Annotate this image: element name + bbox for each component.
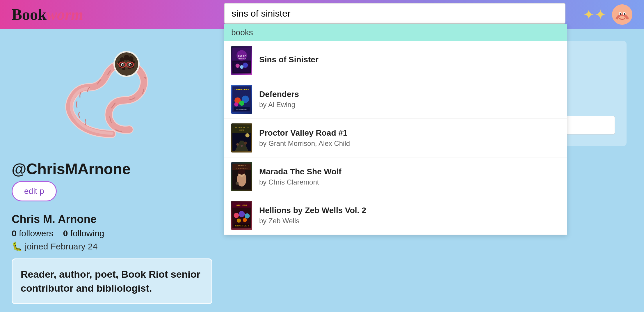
svg-text:DEFENDERS: DEFENDERS bbox=[236, 108, 247, 110]
svg-text:THE SHE WOLF: THE SHE WOLF bbox=[236, 167, 248, 169]
svg-point-29 bbox=[244, 141, 247, 145]
book-title-4: Marada The She Wolf bbox=[259, 167, 560, 176]
svg-text:DEFENDERS: DEFENDERS bbox=[234, 88, 249, 91]
svg-point-13 bbox=[240, 65, 243, 69]
header-right: ✦✦ bbox=[583, 4, 632, 25]
sparkle-icon: ✦✦ bbox=[583, 6, 606, 23]
book-cover-3: PROCTOR VALLEY ROAD bbox=[231, 123, 252, 153]
worm-illustration bbox=[36, 47, 188, 151]
book-info-3: Proctor Valley Road #1 by Grant Morrison… bbox=[259, 128, 560, 148]
svg-text:SINISTER: SINISTER bbox=[238, 58, 246, 60]
logo-book-text: Book bbox=[12, 6, 47, 23]
profile-name: Chris M. Arnone bbox=[12, 213, 212, 226]
search-result-4[interactable]: MARADA THE SHE WOLF Marada Th bbox=[224, 157, 567, 196]
book-info-4: Marada The She Wolf by Chris Claremont bbox=[259, 167, 560, 186]
svg-point-11 bbox=[236, 64, 240, 68]
svg-text:MARADA: MARADA bbox=[238, 164, 246, 166]
following-label: following bbox=[70, 228, 104, 238]
svg-point-69 bbox=[125, 66, 128, 68]
svg-point-68 bbox=[129, 64, 131, 66]
profile-joined: 🐛 joined February 24 bbox=[12, 241, 212, 251]
svg-point-46 bbox=[243, 218, 247, 222]
svg-text:ZEB WELLS VOL. 2: ZEB WELLS VOL. 2 bbox=[235, 225, 249, 227]
book-title-2: Defenders bbox=[259, 90, 560, 99]
book-cover-inner-3: PROCTOR VALLEY ROAD bbox=[231, 123, 252, 153]
svg-point-37 bbox=[238, 169, 245, 175]
svg-text:ROAD: ROAD bbox=[239, 129, 244, 131]
followers-count: 0 bbox=[12, 228, 17, 238]
svg-point-42 bbox=[234, 213, 239, 218]
book-cover-inner-5: HELLIONS ZEB WELLS VOL. 2 bbox=[231, 201, 252, 230]
book-info-2: Defenders by Al Ewing bbox=[259, 90, 560, 109]
book-title-5: Hellions by Zeb Wells Vol. 2 bbox=[259, 206, 560, 215]
book-author-5: by Zeb Wells bbox=[259, 217, 560, 225]
svg-point-38 bbox=[236, 182, 239, 185]
search-input[interactable]: sins of sinister bbox=[224, 3, 565, 24]
dropdown-category-label: books bbox=[224, 24, 567, 41]
svg-point-12 bbox=[243, 63, 248, 68]
following-count: 0 bbox=[63, 228, 68, 238]
book-author-4: by Chris Claremont bbox=[259, 178, 560, 186]
profile-panel: @ChrisMArnone edit p Chris M. Arnone 0 f… bbox=[0, 29, 224, 312]
edit-profile-button[interactable]: edit p bbox=[12, 181, 57, 201]
svg-point-30 bbox=[241, 145, 243, 147]
svg-point-43 bbox=[239, 211, 245, 217]
search-result-5[interactable]: HELLIONS ZEB WELLS VOL. 2 Hel bbox=[224, 196, 567, 235]
svg-point-67 bbox=[122, 64, 124, 66]
logo-worm-text: worm bbox=[47, 6, 83, 23]
book-cover-inner-1: SINS OF SINISTER bbox=[231, 46, 252, 75]
followers-label: followers bbox=[19, 228, 53, 238]
search-result-3[interactable]: PROCTOR VALLEY ROAD bbox=[224, 119, 567, 157]
svg-point-19 bbox=[234, 102, 238, 107]
svg-point-4 bbox=[624, 13, 625, 15]
svg-point-27 bbox=[245, 133, 249, 137]
profile-stats: 0 followers 0 following bbox=[12, 228, 212, 238]
search-result-2[interactable]: DEFENDERS DEFENDERS Defenders by Al Ewin… bbox=[224, 80, 567, 119]
profile-bio: Reader, author, poet, Book Riot senior c… bbox=[12, 258, 212, 304]
book-cover-2: DEFENDERS DEFENDERS bbox=[231, 85, 252, 114]
search-dropdown: books SINS OF SINISTER bbox=[224, 24, 567, 235]
book-cover-1: SINS OF SINISTER bbox=[231, 46, 252, 75]
svg-point-44 bbox=[245, 213, 250, 219]
search-container: sins of sinister books SINS OF SINISTER bbox=[224, 3, 565, 24]
svg-point-45 bbox=[237, 219, 241, 223]
svg-text:PROCTOR VALLEY: PROCTOR VALLEY bbox=[235, 127, 249, 128]
book-info-1: Sins of Sinister bbox=[259, 55, 560, 66]
book-author-2: by Al Ewing bbox=[259, 101, 560, 109]
search-result-1[interactable]: SINS OF SINISTER Sins of Sinister bbox=[224, 41, 567, 80]
logo-text: Bookworm bbox=[12, 6, 83, 24]
book-title-3: Proctor Valley Road #1 bbox=[259, 128, 560, 138]
svg-text:SINS OF: SINS OF bbox=[238, 55, 246, 57]
svg-point-28 bbox=[236, 143, 239, 146]
book-cover-inner-2: DEFENDERS DEFENDERS bbox=[231, 85, 252, 114]
search-wrapper: sins of sinister books SINS OF SINISTER bbox=[224, 3, 565, 24]
svg-point-3 bbox=[620, 13, 621, 15]
book-author-3: by Grant Morrison, Alex Child bbox=[259, 139, 560, 148]
book-cover-4: MARADA THE SHE WOLF bbox=[231, 162, 252, 191]
svg-text:HELLIONS: HELLIONS bbox=[236, 204, 247, 207]
book-cover-inner-4: MARADA THE SHE WOLF bbox=[231, 162, 252, 191]
book-info-5: Hellions by Zeb Wells Vol. 2 by Zeb Well… bbox=[259, 206, 560, 225]
logo[interactable]: Bookworm bbox=[12, 6, 83, 24]
svg-point-18 bbox=[239, 100, 244, 106]
book-cover-5: HELLIONS ZEB WELLS VOL. 2 bbox=[231, 201, 252, 230]
book-title-1: Sins of Sinister bbox=[259, 55, 560, 64]
svg-rect-23 bbox=[232, 125, 251, 133]
user-avatar[interactable] bbox=[612, 4, 632, 25]
profile-handle: @ChrisMArnone bbox=[12, 160, 212, 178]
